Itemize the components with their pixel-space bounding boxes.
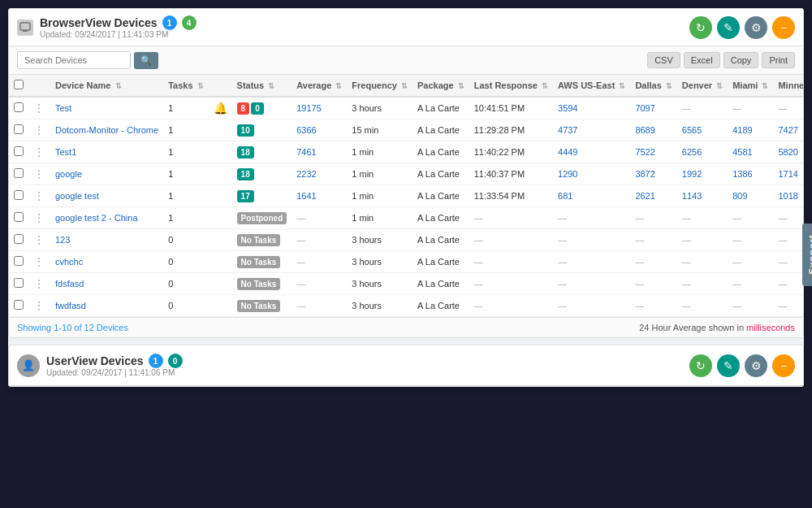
- user-panel-right: ↻ ✎ ⚙ −: [689, 354, 795, 377]
- last-response-cell: —: [469, 229, 553, 251]
- location-cell: 4449: [553, 141, 630, 163]
- row-checkbox[interactable]: [14, 124, 24, 134]
- location-cell: —: [630, 273, 676, 295]
- location-cell: —: [728, 97, 773, 119]
- user-settings-button[interactable]: ⚙: [745, 354, 767, 377]
- tasks-cell: 1: [163, 207, 208, 229]
- row-checkbox[interactable]: [14, 146, 24, 156]
- row-actions[interactable]: ⋮: [33, 102, 45, 115]
- browser-panel-subtitle: Updated: 09/24/2017 | 11:41:03 PM: [40, 30, 197, 39]
- refresh-button[interactable]: ↻: [689, 16, 712, 39]
- location-cell: —: [728, 207, 773, 229]
- row-actions[interactable]: ⋮: [33, 233, 45, 246]
- col-miami[interactable]: Miami ⇅: [728, 75, 773, 97]
- col-aws[interactable]: AWS US-East ⇅: [553, 75, 630, 97]
- device-name-cell[interactable]: fdsfasd: [50, 273, 163, 295]
- status-cell: No Tasks: [232, 273, 292, 295]
- col-package[interactable]: Package ⇅: [412, 75, 469, 97]
- alert-cell: [209, 229, 232, 251]
- row-checkbox[interactable]: [14, 300, 24, 310]
- col-dallas[interactable]: Dallas ⇅: [630, 75, 676, 97]
- col-last-response[interactable]: Last Response ⇅: [469, 75, 553, 97]
- col-tasks[interactable]: Tasks ⇅: [163, 75, 208, 97]
- row-checkbox[interactable]: [14, 278, 24, 288]
- package-cell: A La Carte: [412, 141, 469, 163]
- row-actions[interactable]: ⋮: [33, 211, 45, 224]
- average-cell: 6366: [292, 119, 347, 141]
- user-edit-button[interactable]: ✎: [717, 354, 740, 377]
- export-group: CSV Excel Copy Print: [647, 52, 795, 68]
- tasks-cell: 1: [163, 119, 208, 141]
- col-denver[interactable]: Denver ⇅: [677, 75, 728, 97]
- frequency-cell: 3 hours: [347, 273, 412, 295]
- user-panel-title-row: UserView Devices 1 0: [46, 354, 183, 368]
- device-name-cell[interactable]: Dotcom-Monitor - Chrome: [50, 119, 163, 141]
- alert-cell: [209, 185, 232, 207]
- device-name-cell[interactable]: google: [50, 163, 163, 185]
- table-row: ⋮fwdfasd0No Tasks—3 hoursA La Carte—————…: [9, 295, 803, 317]
- browser-view-panel: BrowserView Devices 1 4 Updated: 09/24/2…: [8, 8, 804, 338]
- print-button[interactable]: Print: [762, 52, 795, 68]
- row-checkbox[interactable]: [14, 256, 24, 266]
- remove-button[interactable]: −: [772, 16, 795, 39]
- location-cell: 1018: [773, 185, 803, 207]
- frequency-cell: 15 min: [347, 119, 412, 141]
- alert-cell: [209, 295, 232, 317]
- user-panel-left: 👤 UserView Devices 1 0 Updated: 09/24/20…: [17, 354, 183, 377]
- user-avatar: 👤: [17, 354, 40, 377]
- col-frequency[interactable]: Frequency ⇅: [347, 75, 412, 97]
- row-actions[interactable]: ⋮: [33, 167, 45, 180]
- row-actions[interactable]: ⋮: [33, 189, 45, 202]
- device-name-cell[interactable]: Test1: [50, 141, 163, 163]
- last-response-cell: 10:41:51 PM: [469, 97, 553, 119]
- search-input[interactable]: [17, 51, 131, 69]
- location-cell: —: [728, 273, 773, 295]
- status-cell: 17: [232, 185, 292, 207]
- row-actions[interactable]: ⋮: [33, 277, 45, 290]
- status-badge-red: 8: [237, 102, 250, 115]
- device-name-cell[interactable]: google test 2 - China: [50, 207, 163, 229]
- last-response-cell: —: [469, 295, 553, 317]
- row-actions[interactable]: ⋮: [33, 124, 45, 137]
- device-name-cell[interactable]: Test: [50, 97, 163, 119]
- excel-button[interactable]: Excel: [684, 52, 720, 68]
- col-minneapolis[interactable]: Minneapolis ⇅: [773, 75, 803, 97]
- table-row: ⋮Test111874611 minA La Carte11:40:22 PM4…: [9, 141, 803, 163]
- row-checkbox[interactable]: [14, 190, 24, 200]
- table-footer: Showing 1-10 of 12 Devices 24 Hour Avera…: [9, 317, 803, 337]
- user-remove-button[interactable]: −: [772, 354, 795, 377]
- col-status[interactable]: Status ⇅: [232, 75, 292, 97]
- last-response-cell: 11:29:28 PM: [469, 119, 553, 141]
- avg-unit: milliseconds: [746, 323, 795, 332]
- settings-button[interactable]: ⚙: [745, 16, 767, 39]
- col-device-name[interactable]: Device Name ⇅: [50, 75, 163, 97]
- status-badge-teal: 0: [251, 102, 264, 115]
- status-notasks: No Tasks: [237, 234, 281, 246]
- row-checkbox[interactable]: [14, 212, 24, 222]
- select-all-checkbox[interactable]: [14, 80, 24, 89]
- package-cell: A La Carte: [412, 273, 469, 295]
- copy-button[interactable]: Copy: [723, 52, 759, 68]
- user-refresh-button[interactable]: ↻: [689, 354, 712, 377]
- device-name-cell[interactable]: 123: [50, 229, 163, 251]
- col-average[interactable]: Average ⇅: [292, 75, 347, 97]
- total-devices: 12 Devices: [84, 323, 128, 332]
- search-button[interactable]: 🔍: [134, 52, 158, 69]
- tasks-cell: 1: [163, 141, 208, 163]
- row-checkbox[interactable]: [14, 102, 24, 112]
- csv-button[interactable]: CSV: [647, 52, 680, 68]
- row-actions[interactable]: ⋮: [33, 299, 45, 312]
- panel-title-group: BrowserView Devices 1 4 Updated: 09/24/2…: [40, 15, 197, 39]
- row-actions[interactable]: ⋮: [33, 145, 45, 158]
- row-checkbox[interactable]: [14, 168, 24, 178]
- last-response-cell: —: [469, 251, 553, 273]
- device-name-cell[interactable]: google test: [50, 185, 163, 207]
- edit-button[interactable]: ✎: [717, 16, 740, 39]
- last-response-cell: 11:40:22 PM: [469, 141, 553, 163]
- device-name-cell[interactable]: fwdfasd: [50, 295, 163, 317]
- device-name-cell[interactable]: cvhchc: [50, 251, 163, 273]
- tasks-cell: 1: [163, 185, 208, 207]
- support-tab[interactable]: Support: [802, 223, 812, 285]
- row-checkbox[interactable]: [14, 234, 24, 244]
- row-actions[interactable]: ⋮: [33, 255, 45, 268]
